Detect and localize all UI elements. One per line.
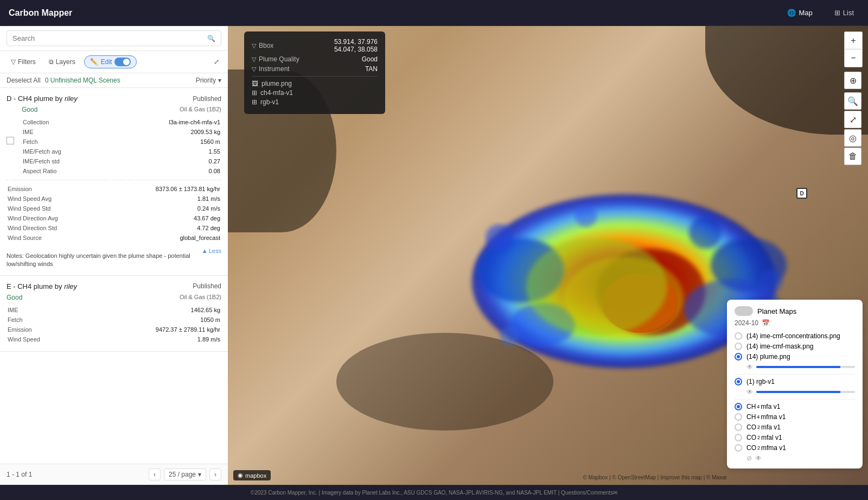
planet-toggle[interactable] [735,306,753,316]
datasource-co2-mfma[interactable]: CO2 mfma v1 [735,444,855,452]
layer-radio-2[interactable] [735,353,742,360]
rgb-radio[interactable] [735,378,742,385]
search-input[interactable] [12,34,207,42]
tooltip-file-2[interactable]: ⊞ rgb-v1 [252,98,378,106]
search-map-button[interactable]: 🔍 [844,92,861,110]
card-d-left: Good Oil & Gas (1B2) Collection l3a-ime-… [22,106,221,176]
eye-icon-plume[interactable]: 👁 [746,363,753,371]
sidebar-list: D - CH4 plume by riley Published Good Oi… [0,88,228,464]
datasource-ch4-mfma[interactable]: CH4 mfma v1 [735,413,855,421]
ds-radio-co2-mfal[interactable] [735,434,742,441]
top-nav: 🌐 Map ⊞ List [782,5,859,20]
layers-button[interactable]: ⧉ Layers [44,56,80,68]
tooltip-instrument-row: ▽ Instrument TAN [252,65,378,73]
svg-point-13 [500,326,520,345]
page-info: 1 - 1 of 1 [7,471,32,478]
card-e-category: Oil & Gas (1B2) [180,294,221,301]
plume-card-d: D - CH4 plume by riley Published Good Oi… [0,88,228,276]
card-e-data-table: IME 1462.65 kg Fetch 1050 m Emission 947… [7,305,221,345]
fullscreen-button[interactable]: ⤢ [844,111,861,128]
card-d-category: Oil & Gas (1B2) [180,106,221,113]
rgb-layer-item[interactable]: (1) rgb-v1 [735,378,855,385]
plume-card-e: E - CH4 plume by riley Published Good Oi… [0,276,228,352]
tooltip-file-0[interactable]: 🖼 plume.png [252,80,378,87]
datasource-ch4-mfa[interactable]: CH4 mfa v1 [735,403,855,410]
edit-toggle[interactable]: ✏️ Edit [84,55,137,68]
tooltip-divider [252,76,378,77]
svg-point-9 [486,224,513,251]
ds-radio-co2-mfma[interactable] [735,444,742,452]
toggle-switch [114,58,131,66]
svg-point-10 [575,205,597,227]
less-button[interactable]: ▲ Less [202,248,221,254]
deselect-all-button[interactable]: Deselect All [7,77,41,84]
pagination-bar: 1 - 1 of 1 ‹ 25 / page ▾ › [0,464,228,485]
reset-north-button[interactable]: ⊕ [844,72,861,89]
filter-icon-3: ▽ [252,66,256,73]
bottom-bar: ©2023 Carbon Mapper, Inc. | Imagery data… [0,485,868,500]
prev-page-button[interactable]: ‹ [149,469,161,480]
table-row: Wind Direction Std 4.72 deg [8,224,220,232]
card-e-header: E - CH4 plume by riley Published [7,282,221,290]
search-bar[interactable]: 🔍 [7,30,221,46]
filter-icon-2: ▽ [252,56,256,63]
svg-point-12 [758,269,782,293]
datasource-co2-mfa[interactable]: CO2 mfa v1 [735,423,855,431]
table-row: Wind Speed Std 0.24 m/s [8,204,220,213]
card-e-title: E - CH4 plume by riley [7,282,77,290]
delete-button[interactable]: 🗑 [844,148,861,165]
mapbox-logo: ◉ mapbox [233,470,271,480]
tooltip-file-1[interactable]: ⊞ ch4-mfa-v1 [252,89,378,97]
card-d-title: D - CH4 plume by riley [7,94,78,103]
nav-list[interactable]: ⊞ List [829,5,859,20]
layer-item-2[interactable]: (14) plume.png [735,353,855,360]
nav-map[interactable]: 🌐 Map [782,5,818,20]
expand-button[interactable]: ⤢ [212,56,221,68]
card-e-quality: Good [7,294,22,301]
layer-item-1[interactable]: (14) ime-cmf-mask.png [735,343,855,350]
next-page-button[interactable]: › [209,469,221,480]
zoom-out-button[interactable]: − [845,49,862,67]
ds-radio-ch4-mfma[interactable] [735,413,742,421]
location-button[interactable]: ◎ [844,129,861,147]
zoom-in-button[interactable]: + [845,32,862,49]
card-d-emission-table: Emission 8373.06 ± 1373.81 kg/hr Wind Sp… [7,183,221,243]
sidebar: 🔍 ▽ Filters ⧉ Layers ✏️ Edit [0,26,228,485]
card-d-checkbox-col [7,137,17,146]
layer-item-0[interactable]: (14) ime-cmf-concentrations.png [735,332,855,340]
sidebar-controls: ▽ Filters ⧉ Layers ✏️ Edit ⤢ [0,51,228,73]
main-content: 🔍 ▽ Filters ⧉ Layers ✏️ Edit [0,26,868,485]
ds-radio-co2-mfa[interactable] [735,423,742,431]
svg-point-11 [689,216,722,249]
map-attribution: © Mapbox | © OpenStreetMap | Improve thi… [583,474,727,480]
per-page-select[interactable]: 25 / page ▾ [164,469,206,480]
planet-date: 2024-10 📅 [735,319,855,327]
grid-icon-3: ⊞ [252,98,257,106]
toggle-knob [123,59,130,65]
layer-slider-rgb[interactable] [756,391,855,393]
eye-icon-ds[interactable]: 👁 [755,454,762,462]
slash-icon: ⊘ [746,454,752,462]
calendar-icon[interactable]: 📅 [762,319,770,327]
layer-radio-0[interactable] [735,332,742,340]
layer-slider-plume[interactable] [756,366,855,368]
ds-radio-ch4-mfa[interactable] [735,403,742,410]
table-row: Emission 8373.06 ± 1373.81 kg/hr [8,185,220,193]
card-d-notes: Notes: Geolocation highly uncertain give… [7,252,202,269]
priority-button[interactable]: Priority ▾ [196,77,221,84]
grid-icon-2: ⊞ [252,89,257,97]
eye-icon-rgb[interactable]: 👁 [746,388,753,396]
filters-button[interactable]: ▽ Filters [7,56,40,68]
table-row: Wind Speed 1.89 m/s [8,335,220,344]
pencil-icon: ✏️ [90,58,98,66]
card-d-row: Good Oil & Gas (1B2) Collection l3a-ime-… [7,106,221,176]
layer-radio-1[interactable] [735,343,742,350]
svg-point-8 [564,257,684,338]
table-row: Wind Speed Avg 1.81 m/s [8,194,220,203]
map-area[interactable]: D ▽ Bbox 53.914, 37.976 54.047, 38.058 ▽ [228,26,868,485]
layer-slider-row-rgb: 👁 [735,388,855,396]
card-d-checkbox[interactable] [7,137,14,144]
planet-panel-title: Planet Maps [735,306,855,316]
unfinished-badge: 0 Unfinished MQL Scenes [45,77,196,84]
datasource-co2-mfal[interactable]: CO2 mfal v1 [735,434,855,441]
